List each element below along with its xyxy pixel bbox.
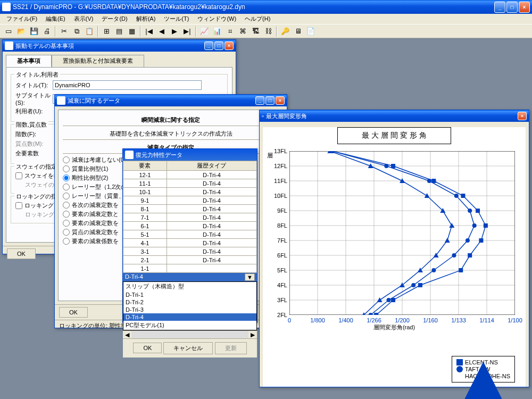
table-cell[interactable]: 4-1 [123,239,167,247]
table-cell[interactable] [167,264,256,273]
table-cell[interactable]: D-Tri-4 [167,179,256,188]
tab-replacement[interactable]: 置換振動系と付加減衰要素 [52,55,144,67]
minimize-button[interactable]: _ [494,2,505,13]
close-button[interactable]: × [519,2,530,13]
menu-tool[interactable]: ツール(T) [160,14,193,24]
table-cell[interactable]: 12-1 [123,171,167,179]
cut-icon[interactable]: ✂ [58,26,70,37]
print-icon[interactable]: 🖨 [41,26,53,37]
table-cell[interactable]: 10-1 [123,188,167,196]
table-cell[interactable]: D-Tri-4 [167,230,256,239]
save-icon[interactable]: 💾 [28,26,40,37]
menu-view[interactable]: 表示(V) [70,14,98,24]
win3-titlebar[interactable]: 復元力特性データ [123,149,257,161]
check-sway[interactable] [15,172,22,179]
table-cell[interactable]: D-Tri-4 [167,239,256,247]
table-cell[interactable]: 6-1 [123,222,167,230]
table-cell[interactable]: 3-1 [123,247,167,256]
radio-damping-8[interactable] [63,229,70,236]
monitor-icon[interactable]: 🖥 [292,26,304,37]
tree-icon[interactable]: ⊞ [101,26,112,37]
menu-help[interactable]: ヘルプ(H) [240,14,275,24]
chart4-icon[interactable]: ⌘ [237,26,248,37]
chart6-icon[interactable]: ⛓ [262,26,274,37]
win1-ok-button[interactable]: OK [7,248,36,259]
menu-file[interactable]: ファイル(F) [2,14,41,24]
chart2-icon[interactable]: 📊 [211,26,223,37]
dropdown-option[interactable]: PC型モデル(1) [123,321,256,330]
table-cell[interactable]: 8-1 [123,205,167,213]
radio-damping-2[interactable] [63,174,70,181]
maximize-button[interactable]: □ [506,2,518,13]
table-cell[interactable]: 9-1 [123,196,167,205]
next-icon[interactable]: ▶ [169,26,180,37]
dropdown-selected[interactable]: D-Tri-4 [125,273,245,281]
restoring-force-table[interactable]: 要素履歴タイプ 12-1D-Tri-411-1D-Tri-410-1D-Tri-… [123,161,257,273]
radio-damping-3[interactable] [63,184,70,190]
table-cell[interactable]: D-Tri-4 [167,256,256,264]
first-icon[interactable]: |◀ [143,26,155,37]
paste-icon[interactable]: 📋 [84,26,95,37]
dropdown-option[interactable]: D-Tri-1 [123,291,256,298]
open-icon[interactable]: 📂 [15,26,27,37]
chart5-icon[interactable]: 🏗 [250,26,261,37]
radio-damping-9[interactable] [63,238,70,245]
check-rocking[interactable] [15,202,22,209]
calc-icon[interactable]: ▦ [126,26,138,37]
key-icon[interactable]: 🔑 [279,26,291,37]
menu-data[interactable]: データ(D) [97,14,131,24]
radio-damping-4[interactable] [63,193,70,200]
radio-damping-1[interactable] [63,165,70,172]
last-icon[interactable]: ▶| [181,26,193,37]
win3-ok-button[interactable]: OK [133,343,162,353]
chart-titlebar[interactable]: ▫ 最大層間変形角 × [260,110,529,122]
win1-minimize[interactable]: _ [204,41,213,50]
win1-titlebar[interactable]: 振動モデルの基本事項 _ □ × [3,40,236,52]
menu-edit[interactable]: 編集(E) [41,14,70,24]
win2-titlebar[interactable]: 減衰に関するデータ _ □ × [55,95,287,106]
radio-damping-6[interactable] [63,211,70,218]
tab-basic[interactable]: 基本事項 [6,55,52,67]
chart1-icon[interactable]: 📈 [198,26,210,37]
table-cell[interactable]: 1-1 [123,264,167,273]
chart-close[interactable]: × [518,112,527,120]
chevron-down-icon[interactable]: ▼ [245,273,255,281]
input-title[interactable] [53,80,202,90]
dropdown-list[interactable]: スリップ（木構造）型D-Tri-1D-Tri-2D-Tri-3D-Tri-4PC… [123,281,257,330]
win2-ok-button[interactable]: OK [59,307,88,318]
radio-damping-7[interactable] [63,220,70,227]
table-cell[interactable]: D-Tri-4 [167,247,256,256]
win1-close[interactable]: × [225,41,234,50]
copy-icon[interactable]: ⧉ [71,26,82,37]
scroll-left-icon[interactable]: ◀ [123,331,131,338]
sheet-icon[interactable]: ▤ [113,26,125,37]
table-cell[interactable]: 5-1 [123,230,167,239]
win1-maximize[interactable]: □ [214,41,223,50]
table-cell[interactable]: 2-1 [123,256,167,264]
radio-damping-0[interactable] [63,156,70,163]
table-cell[interactable]: D-Tri-4 [167,213,256,222]
table-cell[interactable]: 7-1 [123,213,167,222]
win3-cancel-button[interactable]: キャンセル [163,342,213,354]
dropdown-option[interactable]: D-Tri-3 [123,306,256,313]
table-cell[interactable]: D-Tri-4 [167,205,256,213]
win2-maximize[interactable]: □ [265,96,275,105]
menu-analysis[interactable]: 解析(A) [132,14,160,24]
prev-icon[interactable]: ◀ [156,26,168,37]
win2-minimize[interactable]: _ [255,96,264,105]
table-cell[interactable]: 11-1 [123,179,167,188]
dropdown-option[interactable]: D-Tri-2 [123,298,256,306]
table-cell[interactable]: D-Tri-4 [167,188,256,196]
doc-icon[interactable]: 📄 [305,26,317,37]
scroll-right-icon[interactable]: ▶ [248,331,257,338]
table-cell[interactable]: D-Tri-4 [167,171,256,179]
chart3-icon[interactable]: ⌗ [224,26,236,37]
radio-damping-5[interactable] [63,202,70,209]
new-icon[interactable]: ▭ [3,26,14,37]
table-cell[interactable]: D-Tri-4 [167,222,256,230]
win2-close[interactable]: × [276,96,285,105]
dropdown-option[interactable]: D-Tri-4 [123,313,256,321]
dropdown-option[interactable]: スリップ（木構造）型 [123,282,256,291]
table-cell[interactable]: D-Tri-4 [167,196,256,205]
menu-window[interactable]: ウィンドウ(W) [193,14,240,24]
